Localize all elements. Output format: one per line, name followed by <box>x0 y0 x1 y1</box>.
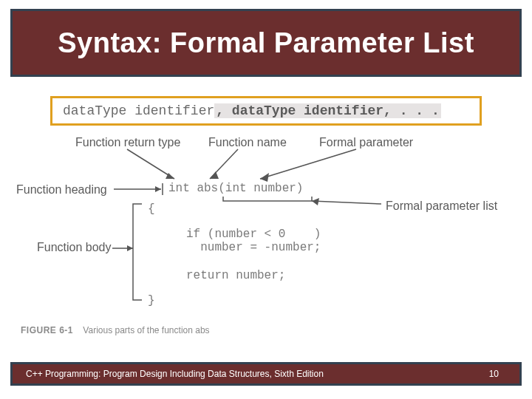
label-formal-parameter-list: Formal parameter list <box>386 200 497 213</box>
code-close-brace: } <box>148 294 155 307</box>
svg-marker-11 <box>127 245 133 251</box>
title-bar: Syntax: Formal Parameter List <box>10 9 522 77</box>
figure-text: Various parts of the function abs <box>83 325 209 335</box>
svg-marker-1 <box>166 173 174 179</box>
svg-line-4 <box>260 149 356 179</box>
label-formal-parameter: Formal parameter <box>319 136 413 149</box>
svg-line-8 <box>312 201 381 204</box>
label-return-type: Function return type <box>75 136 180 149</box>
code-return-line: return number; <box>186 269 285 282</box>
page-number: 10 <box>489 369 499 379</box>
syntax-optional: , dataType identifier, . . . <box>214 103 440 118</box>
svg-line-2 <box>210 149 238 179</box>
svg-marker-5 <box>260 173 269 182</box>
label-function-name: Function name <box>208 136 287 149</box>
label-function-heading: Function heading <box>16 183 107 197</box>
svg-marker-7 <box>155 186 161 192</box>
svg-marker-9 <box>312 198 319 205</box>
figure-caption: FIGURE 6-1 Various parts of the function… <box>21 325 210 335</box>
svg-marker-3 <box>210 171 219 179</box>
code-open-brace: { <box>148 202 155 216</box>
figure-number: FIGURE 6-1 <box>21 325 73 335</box>
svg-line-0 <box>127 149 174 179</box>
diagram-arrows <box>16 130 516 322</box>
footer-bar: C++ Programming: Program Design Includin… <box>10 362 522 386</box>
syntax-base: dataType identifier <box>63 103 214 118</box>
function-diagram: Function return type Function name Forma… <box>16 130 516 322</box>
slide-title: Syntax: Formal Parameter List <box>58 27 474 59</box>
slide: Syntax: Formal Parameter List dataType i… <box>0 0 532 399</box>
code-if-line: if (number < 0 ) <box>186 228 321 241</box>
footer-text: C++ Programming: Program Design Includin… <box>26 369 324 379</box>
code-heading-line: int abs(int number) <box>168 182 303 195</box>
label-function-body: Function body <box>37 241 112 254</box>
syntax-box: dataType identifier , dataType identifie… <box>50 96 482 126</box>
code-assign-line: number = -number; <box>186 241 321 254</box>
